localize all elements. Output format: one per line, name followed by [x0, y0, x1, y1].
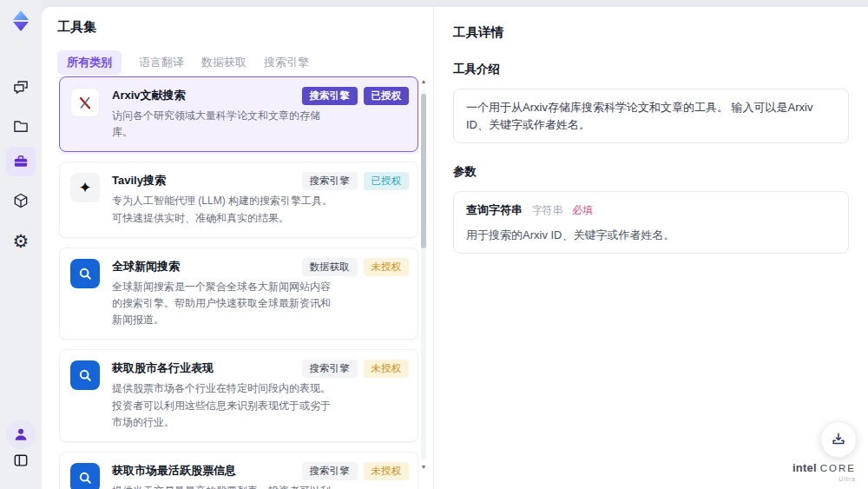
- tool-desc: 提供当天交易量最高的股票列表，投资者可以利用这些信息来识别流动性强的股票和潜在的…: [112, 483, 336, 489]
- tool-card-active-stocks[interactable]: 获取市场最活跃股票信息 提供当天交易量最高的股票列表，投资者可以利用这些信息来识…: [59, 452, 418, 489]
- folder-icon: [12, 117, 30, 135]
- sidebar-item-settings[interactable]: ⚙: [6, 226, 36, 255]
- tool-card-arxiv[interactable]: Arxiv文献搜索 访问各个研究领域大量科学论文和文章的存储库。 搜索引擎 已授…: [59, 76, 418, 152]
- tool-card-global-news[interactable]: 全球新闻搜索 全球新闻搜索是一个聚合全球各大新闻网站内容的搜索引擎。帮助用户快速…: [59, 248, 418, 340]
- tool-detail-panel: 工具详情 工具介绍 一个用于从Arxiv存储库搜索科学论文和文章的工具。 输入可…: [434, 7, 868, 489]
- stock-search-icon: [70, 463, 100, 489]
- download-button[interactable]: [820, 421, 857, 458]
- intel-core-logo: intelcore Ultra: [792, 460, 856, 482]
- tavily-star-icon: ✦: [70, 173, 100, 202]
- status-badge: 已授权: [364, 172, 410, 190]
- sidebar-item-collapse[interactable]: [6, 446, 36, 475]
- param-desc: 用于搜索的Arxiv ID、关键字或作者姓名。: [466, 227, 836, 244]
- news-search-icon: [70, 259, 100, 288]
- tab-search-engine[interactable]: 搜索引擎: [264, 55, 309, 70]
- tool-desc: 专为人工智能代理 (LLM) 构建的搜索引擎工具。可快速提供实时、准确和真实的结…: [112, 193, 336, 226]
- page-title: 工具集: [57, 19, 96, 36]
- app-logo-icon[interactable]: [9, 9, 33, 33]
- param-required-badge: 必填: [572, 204, 593, 216]
- param-box: 查询字符串 字符串 必填 用于搜索的Arxiv ID、关键字或作者姓名。: [453, 191, 849, 254]
- user-icon: [12, 426, 30, 443]
- category-badge: 数据获取: [302, 258, 358, 276]
- detail-title: 工具详情: [453, 24, 849, 41]
- sidebar: ⚙: [0, 0, 42, 489]
- sidebar-item-tools[interactable]: [6, 147, 36, 176]
- tool-list-panel: 工具集 所有类别 语言翻译 数据获取 搜索引擎 Arxiv文献搜索 访问各个研究…: [42, 7, 434, 489]
- tab-all-categories[interactable]: 所有类别: [57, 50, 122, 75]
- status-badge: 未授权: [364, 360, 410, 378]
- tab-language-translation[interactable]: 语言翻译: [139, 55, 184, 70]
- core-wordmark: core: [820, 463, 856, 473]
- scrollbar-track[interactable]: [421, 90, 426, 459]
- intro-heading: 工具介绍: [453, 62, 849, 77]
- status-badge: 已授权: [364, 87, 410, 105]
- category-badge: 搜索引擎: [302, 172, 358, 190]
- category-tabs: 所有类别 语言翻译 数据获取 搜索引擎: [57, 50, 309, 75]
- status-badge: 未授权: [364, 258, 410, 276]
- stock-search-icon: [70, 360, 100, 390]
- download-icon: [830, 431, 847, 448]
- category-badge: 搜索引擎: [302, 87, 358, 105]
- panel-layout-icon: [12, 452, 30, 469]
- param-type: 字符串: [532, 204, 563, 216]
- scrollbar-down-arrow[interactable]: ▼: [419, 464, 428, 470]
- status-badge: 未授权: [364, 462, 410, 480]
- param-name: 查询字符串: [466, 203, 523, 216]
- tool-desc: 访问各个研究领域大量科学论文和文章的存储库。: [112, 108, 336, 141]
- sidebar-item-account[interactable]: [6, 420, 36, 449]
- tool-list: Arxiv文献搜索 访问各个研究领域大量科学论文和文章的存储库。 搜索引擎 已授…: [59, 76, 418, 489]
- tool-desc: 全球新闻搜索是一个聚合全球各大新闻网站内容的搜索引擎。帮助用户快速获取全球最新资…: [112, 279, 336, 329]
- intro-text: 一个用于从Arxiv存储库搜索科学论文和文章的工具。 输入可以是Arxiv ID…: [466, 101, 812, 131]
- intro-box: 一个用于从Arxiv存储库搜索科学论文和文章的工具。 输入可以是Arxiv ID…: [453, 89, 849, 143]
- category-badge: 搜索引擎: [302, 462, 358, 480]
- gear-icon: ⚙: [13, 232, 30, 250]
- tool-desc: 提供股票市场各个行业在特定时间段内的表现。投资者可以利用这些信息来识别表现优于或…: [112, 380, 336, 431]
- edition-label: Ultra: [792, 476, 856, 482]
- arxiv-logo-icon: [70, 88, 100, 117]
- category-badge: 搜索引擎: [302, 360, 358, 378]
- sidebar-item-models[interactable]: [6, 186, 36, 215]
- chat-icon: [12, 79, 30, 96]
- scrollbar-thumb[interactable]: [421, 94, 426, 248]
- main-panel: 工具集 所有类别 语言翻译 数据获取 搜索引擎 Arxiv文献搜索 访问各个研究…: [42, 7, 868, 489]
- tab-data-fetch[interactable]: 数据获取: [201, 55, 247, 70]
- scrollbar-up-arrow[interactable]: ▲: [419, 78, 428, 84]
- intel-wordmark: intel: [792, 461, 817, 474]
- tool-card-sector-performance[interactable]: 获取股市各行业表现 提供股票市场各个行业在特定时间段内的表现。投资者可以利用这些…: [59, 349, 418, 442]
- tool-card-tavily[interactable]: ✦ Tavily搜索 专为人工智能代理 (LLM) 构建的搜索引擎工具。可快速提…: [59, 162, 418, 237]
- toolbox-icon: [12, 153, 30, 170]
- sidebar-item-files[interactable]: [6, 111, 36, 141]
- cube-icon: [12, 192, 30, 209]
- sidebar-item-chat[interactable]: [6, 73, 36, 102]
- param-header: 查询字符串 字符串 必填: [466, 202, 836, 219]
- params-heading: 参数: [453, 164, 849, 180]
